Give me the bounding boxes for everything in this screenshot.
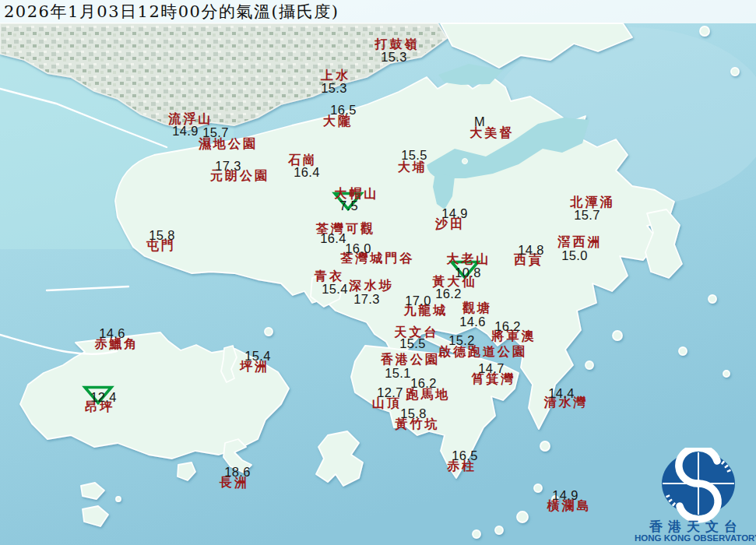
station-value: 15.3 <box>321 82 347 95</box>
hko-logo: 香港天文台 HONG KONG OBSERVATORY <box>639 448 756 545</box>
station-value: 16.2 <box>435 287 462 301</box>
station-value: 15.7 <box>574 209 600 222</box>
station-name: 上水 <box>321 69 350 82</box>
station-name: 大隴 <box>323 115 353 128</box>
station-value: 14.9 <box>441 207 468 220</box>
station-name: 大埔 <box>398 161 427 174</box>
station-value: 15.1 <box>385 367 411 380</box>
station-name: 北潭涌 <box>571 196 615 209</box>
station-name: 深水埗 <box>350 280 394 292</box>
station-value: 14.4 <box>548 387 575 400</box>
station-value: 15.5 <box>401 149 427 162</box>
page-title: 2026年1月03日12時00分的氣溫(攝氏度) <box>4 1 339 23</box>
weather-map-page: 2026年1月03日12時00分的氣溫(攝氏度) 打鼓嶺15.3上水15.3大隴… <box>0 0 756 545</box>
title-bar: 2026年1月03日12時00分的氣溫(攝氏度) <box>0 0 756 23</box>
station-value: 16.0 <box>345 242 371 255</box>
station-name: 濕地公園 <box>199 138 258 150</box>
station-name: 滘西洲 <box>558 236 603 248</box>
station-value: 14.9 <box>552 489 578 502</box>
station-value: 15.2 <box>448 334 475 347</box>
station-name: 香港公園 <box>381 353 440 366</box>
station-value: 15.8 <box>149 229 175 242</box>
station-name: 觀塘 <box>462 302 492 315</box>
station-value: 17.3 <box>215 160 241 173</box>
station-value: 16.4 <box>294 166 320 179</box>
station-value: 15.0 <box>561 249 588 262</box>
station-value: 15.3 <box>381 51 407 64</box>
logo-english-text: HONG KONG OBSERVATORY <box>635 533 756 543</box>
station-name: 青衣 <box>315 270 344 283</box>
station-value: 16.2 <box>494 320 521 333</box>
station-value: 15.8 <box>400 407 427 420</box>
station-value: 14.9 <box>172 125 199 138</box>
station-value: 16.4 <box>320 232 346 245</box>
station-value: 15.5 <box>399 337 426 350</box>
station-value: 15.7 <box>202 126 229 139</box>
station-value: 17.3 <box>353 293 380 306</box>
station-name: 啟德跑道公園 <box>438 346 527 358</box>
station-value: M <box>474 115 485 128</box>
station-value: 14.6 <box>459 315 486 329</box>
station-name: 大美督 <box>470 127 515 139</box>
station-value: 17.0 <box>405 294 431 308</box>
station-value: 16.5 <box>330 104 357 117</box>
station-value: 14.7 <box>478 362 505 375</box>
station-value: 16.5 <box>452 449 478 462</box>
station-value: 15.4 <box>322 283 348 296</box>
station-value: 7.5 <box>339 199 358 213</box>
station-value: 18.6 <box>224 466 251 479</box>
station-name: 打鼓嶺 <box>375 38 420 51</box>
station-value: 15.4 <box>244 350 271 363</box>
station-name: 跑馬地 <box>406 389 451 401</box>
station-name: 大老山 <box>447 253 491 265</box>
station-value: 12.4 <box>90 391 117 404</box>
station-value: 16.2 <box>410 377 437 390</box>
station-value: 14.6 <box>99 327 125 340</box>
station-value: 12.7 <box>377 386 403 399</box>
station-value: 14.8 <box>518 244 544 257</box>
